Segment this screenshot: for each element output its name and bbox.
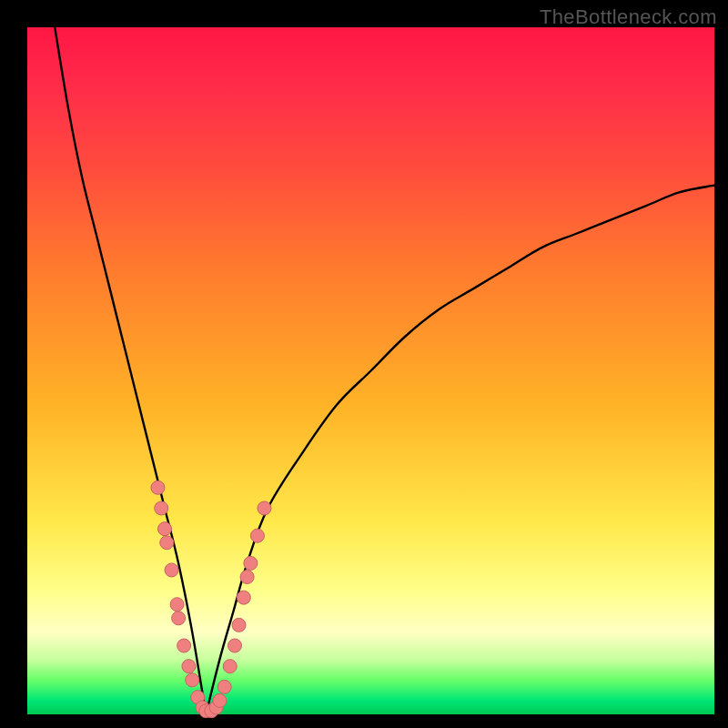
- sample-point: [186, 673, 199, 687]
- curve-layer: [27, 27, 714, 714]
- sample-point: [182, 660, 196, 673]
- sample-point: [244, 556, 258, 570]
- sample-point: [155, 501, 168, 515]
- sample-point-markers: [151, 480, 271, 717]
- bottleneck-curve: [55, 27, 714, 714]
- sample-point: [165, 563, 178, 577]
- sample-point: [237, 591, 250, 604]
- sample-point: [223, 660, 237, 673]
- sample-point: [240, 571, 254, 584]
- sample-point: [158, 522, 172, 536]
- sample-point: [177, 639, 191, 652]
- sample-point: [151, 480, 165, 494]
- curve-left-branch: [55, 27, 206, 714]
- sample-point: [172, 612, 186, 625]
- sample-point: [232, 618, 246, 632]
- watermark-label: TheBottleneck.com: [540, 5, 717, 29]
- curve-right-branch: [206, 186, 714, 714]
- plot-area: [27, 27, 714, 714]
- sample-point: [258, 501, 271, 515]
- sample-point: [170, 598, 184, 612]
- sample-point: [160, 536, 174, 550]
- sample-point: [217, 680, 231, 693]
- chart-frame: TheBottleneck.com: [0, 0, 728, 728]
- sample-point: [228, 639, 242, 652]
- sample-point: [250, 529, 264, 542]
- sample-point: [213, 693, 227, 707]
